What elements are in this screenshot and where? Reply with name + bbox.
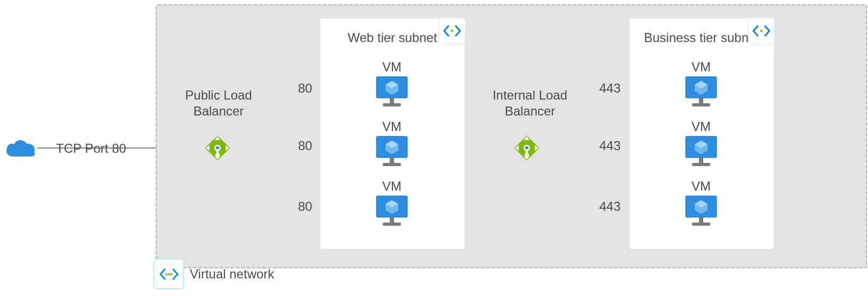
vm-label: VM <box>674 179 728 194</box>
port-label: 443 <box>597 199 623 214</box>
public-lb-label: Public Load Balancer <box>181 87 256 119</box>
svg-rect-44 <box>390 217 394 223</box>
svg-rect-56 <box>699 158 703 163</box>
svg-rect-57 <box>692 163 710 166</box>
public-load-balancer-icon <box>203 133 232 163</box>
subnet-badge-icon <box>439 18 465 44</box>
vm-icon <box>685 76 718 108</box>
svg-rect-27 <box>526 149 528 154</box>
subnet-badge-icon <box>748 18 775 44</box>
svg-rect-32 <box>390 98 394 103</box>
port-label: 80 <box>296 81 315 96</box>
svg-point-17 <box>760 30 762 32</box>
svg-rect-63 <box>692 223 710 226</box>
vm-icon <box>685 195 718 227</box>
vm-label: VM <box>365 179 419 194</box>
vm-label: VM <box>674 119 728 134</box>
svg-rect-22 <box>216 149 219 154</box>
port-label: 80 <box>296 199 315 214</box>
vm-icon <box>685 135 718 167</box>
entry-port-label: TCP Port 80 <box>56 141 126 157</box>
port-label: 443 <box>597 81 623 96</box>
port-label: 80 <box>296 138 315 153</box>
svg-rect-62 <box>699 217 703 223</box>
svg-rect-51 <box>692 103 710 106</box>
svg-point-64 <box>165 273 167 275</box>
vm-icon <box>375 135 408 167</box>
svg-rect-38 <box>390 158 394 163</box>
svg-rect-45 <box>383 223 401 226</box>
vm-icon <box>375 195 408 227</box>
vm-icon <box>375 76 408 108</box>
svg-point-16 <box>451 30 453 32</box>
vm-label: VM <box>365 60 419 75</box>
vnet-badge-icon <box>154 259 184 289</box>
vm-label: VM <box>674 60 728 75</box>
vnet-label: Virtual network <box>190 266 274 282</box>
internet-cloud-icon <box>3 137 37 159</box>
svg-point-65 <box>168 273 170 275</box>
svg-rect-33 <box>383 103 401 106</box>
svg-rect-50 <box>699 98 703 103</box>
vm-label: VM <box>365 119 419 134</box>
internal-load-balancer-icon <box>512 133 542 163</box>
port-label: 443 <box>597 138 623 153</box>
svg-point-66 <box>170 273 172 275</box>
internal-lb-label: Internal Load Balancer <box>487 87 573 119</box>
svg-rect-39 <box>383 163 401 166</box>
